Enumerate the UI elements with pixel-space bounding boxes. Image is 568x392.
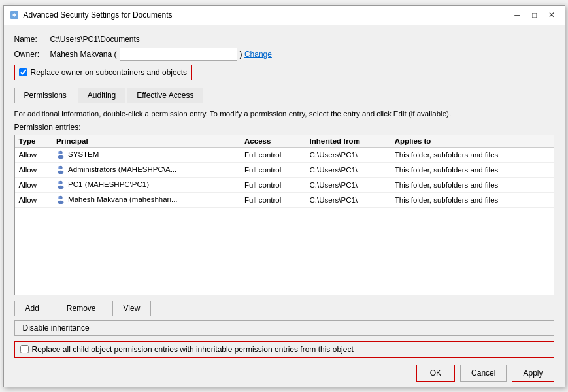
col-type: Type [15,135,53,148]
title-buttons: ─ □ ✕ [510,8,560,22]
bottom-buttons: OK Cancel Apply [14,365,554,382]
svg-point-9 [58,181,60,184]
col-access: Access [241,135,306,148]
table-header-row: Type Principal Access Inherited from App… [15,135,554,148]
cell-inherited-from: C:\Users\PC1\ [306,177,391,192]
svg-point-5 [58,170,64,173]
cell-access: Full control [241,162,306,177]
name-value: C:\Users\PC1\Documents [50,35,140,44]
tab-auditing[interactable]: Auditing [78,88,125,103]
view-button[interactable]: View [112,301,152,316]
cell-applies-to: This folder, subfolders and files [391,147,554,162]
close-button[interactable]: ✕ [544,8,560,22]
name-label: Name: [14,35,50,44]
permissions-table-container: Type Principal Access Inherited from App… [14,135,554,295]
svg-point-2 [58,155,64,158]
svg-point-11 [58,200,64,203]
svg-point-6 [58,166,60,169]
table-action-buttons: Add Remove View [14,301,554,316]
replace-owner-label[interactable]: Replace owner on subcontainers and objec… [31,68,187,77]
user-icon: Administrators (MAHESHPC\A... [56,165,176,174]
replace-child-checkbox[interactable] [20,345,29,353]
table-row[interactable]: Allow SYSTEMFull controlC:\Users\PC1\Thi… [15,147,554,162]
svg-point-3 [58,151,60,154]
cell-principal: PC1 (MAHESHPC\PC1) [52,177,241,192]
cell-applies-to: This folder, subfolders and files [391,192,554,207]
main-window: Advanced Security Settings for Documents… [3,5,565,387]
table-row[interactable]: Allow PC1 (MAHESHPC\PC1)Full controlC:\U… [15,177,554,192]
cell-type: Allow [15,147,53,162]
user-icon: PC1 (MAHESHPC\PC1) [56,180,149,189]
tab-permissions[interactable]: Permissions [14,88,76,103]
cell-applies-to: This folder, subfolders and files [391,162,554,177]
cell-applies-to: This folder, subfolders and files [391,177,554,192]
cell-principal: Administrators (MAHESHPC\A... [52,162,241,177]
owner-input[interactable] [120,48,237,61]
permissions-table: Type Principal Access Inherited from App… [15,135,554,208]
title-bar-left: Advanced Security Settings for Documents [9,10,173,20]
cell-type: Allow [15,162,53,177]
svg-point-8 [58,185,64,188]
tabs-bar: Permissions Auditing Effective Access [14,87,554,103]
owner-row: Owner: Mahesh Makvana ( ) Change [14,48,554,61]
cell-type: Allow [15,192,53,207]
col-inherited-from: Inherited from [306,135,391,148]
cell-principal: Mahesh Makvana (maheshhari... [52,192,241,207]
col-applies-to: Applies to [391,135,554,148]
cell-access: Full control [241,192,306,207]
permissions-description: For additional information, double-click… [14,108,554,119]
cell-inherited-from: C:\Users\PC1\ [306,147,391,162]
add-button[interactable]: Add [14,301,50,316]
permission-entries-label: Permission entries: [14,123,554,132]
cell-principal: SYSTEM [52,147,241,162]
cell-type: Allow [15,177,53,192]
owner-suffix: ) [240,50,242,59]
window-content: Name: C:\Users\PC1\Documents Owner: Mahe… [4,25,565,387]
cell-access: Full control [241,177,306,192]
apply-button[interactable]: Apply [512,365,554,382]
minimize-button[interactable]: ─ [510,8,526,22]
remove-button[interactable]: Remove [56,301,107,316]
table-row[interactable]: Allow Mahesh Makvana (maheshhari...Full … [15,192,554,207]
owner-label: Owner: [14,50,50,59]
ok-button[interactable]: OK [416,365,455,382]
cell-inherited-from: C:\Users\PC1\ [306,192,391,207]
svg-point-12 [58,196,60,199]
user-icon: SYSTEM [56,150,99,159]
replace-owner-row: Replace owner on subcontainers and objec… [14,65,192,80]
disable-inheritance-button[interactable]: Disable inheritance [14,320,554,336]
change-owner-link[interactable]: Change [244,50,272,59]
owner-name: Mahesh Makvana ( [50,50,117,59]
table-row[interactable]: Allow Administrators (MAHESHPC\A...Full … [15,162,554,177]
window-icon [9,10,20,20]
cell-access: Full control [241,147,306,162]
maximize-button[interactable]: □ [527,8,543,22]
tab-effective-access[interactable]: Effective Access [127,88,203,103]
replace-child-label[interactable]: Replace all child object permission entr… [32,345,354,354]
cell-inherited-from: C:\Users\PC1\ [306,162,391,177]
name-row: Name: C:\Users\PC1\Documents [14,35,554,44]
replace-child-row: Replace all child object permission entr… [14,341,554,358]
replace-owner-checkbox[interactable] [19,68,27,76]
title-bar: Advanced Security Settings for Documents… [4,6,565,25]
cancel-button[interactable]: Cancel [460,365,507,382]
user-icon: Mahesh Makvana (maheshhari... [56,195,177,204]
col-principal: Principal [52,135,241,148]
window-title: Advanced Security Settings for Documents [24,10,173,20]
